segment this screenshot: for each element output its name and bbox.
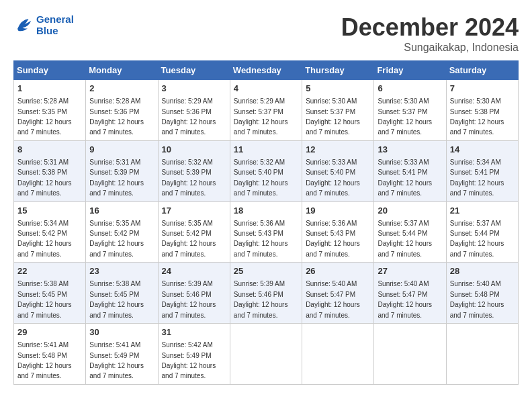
- day-number: 31: [162, 326, 226, 338]
- calendar-cell: 10Sunrise: 5:32 AMSunset: 5:39 PMDayligh…: [158, 140, 230, 201]
- day-number: 24: [162, 265, 226, 277]
- daylight-text: Daylight: 12 hours and 7 minutes.: [234, 179, 288, 197]
- sunrise-text: Sunrise: 5:41 AM: [89, 341, 140, 349]
- sunrise-text: Sunrise: 5:42 AM: [162, 341, 213, 349]
- subtitle: Sungaikakap, Indonesia: [341, 42, 519, 54]
- sunset-text: Sunset: 5:44 PM: [378, 230, 427, 237]
- sunset-text: Sunset: 5:36 PM: [162, 108, 212, 116]
- sunset-text: Sunset: 5:44 PM: [450, 230, 500, 237]
- sunset-text: Sunset: 5:47 PM: [378, 291, 427, 298]
- sunset-text: Sunset: 5:46 PM: [162, 291, 212, 298]
- day-number: 26: [306, 265, 370, 277]
- daylight-text: Daylight: 12 hours and 7 minutes.: [378, 240, 432, 257]
- logo: General Blue: [13, 13, 74, 36]
- sunset-text: Sunset: 5:37 PM: [234, 108, 283, 116]
- sunset-text: Sunset: 5:35 PM: [17, 108, 67, 116]
- day-number: 21: [450, 205, 515, 217]
- sunset-text: Sunset: 5:41 PM: [450, 169, 500, 176]
- sunset-text: Sunset: 5:37 PM: [306, 108, 355, 116]
- page-header: General Blue December 2024 Sungaikakap, …: [13, 13, 519, 54]
- sunrise-text: Sunrise: 5:29 AM: [162, 97, 213, 105]
- calendar-cell: 28Sunrise: 5:40 AMSunset: 5:48 PMDayligh…: [446, 263, 518, 324]
- sunset-text: Sunset: 5:39 PM: [89, 169, 139, 176]
- sunrise-text: Sunrise: 5:28 AM: [17, 97, 69, 105]
- sunrise-text: Sunrise: 5:36 AM: [234, 220, 285, 227]
- sunrise-text: Sunrise: 5:40 AM: [450, 280, 501, 287]
- day-number: 20: [378, 205, 442, 217]
- weekday-header-sunday: Sunday: [14, 61, 86, 80]
- sunset-text: Sunset: 5:48 PM: [17, 352, 67, 359]
- sunset-text: Sunset: 5:43 PM: [234, 230, 283, 237]
- sunrise-text: Sunrise: 5:34 AM: [17, 220, 69, 227]
- daylight-text: Daylight: 12 hours and 7 minutes.: [17, 301, 72, 318]
- day-number: 17: [162, 205, 226, 217]
- day-number: 3: [162, 83, 226, 95]
- daylight-text: Daylight: 12 hours and 7 minutes.: [378, 301, 432, 318]
- sunrise-text: Sunrise: 5:38 AM: [17, 280, 69, 287]
- daylight-text: Daylight: 12 hours and 7 minutes.: [17, 362, 72, 379]
- daylight-text: Daylight: 12 hours and 7 minutes.: [17, 240, 72, 257]
- daylight-text: Daylight: 12 hours and 7 minutes.: [162, 179, 216, 197]
- sunrise-text: Sunrise: 5:39 AM: [162, 280, 213, 287]
- calendar-week-row: 15Sunrise: 5:34 AMSunset: 5:42 PMDayligh…: [14, 201, 519, 263]
- day-number: 7: [450, 83, 515, 95]
- sunrise-text: Sunrise: 5:35 AM: [89, 220, 140, 227]
- calendar-cell: 6Sunrise: 5:30 AMSunset: 5:37 PMDaylight…: [374, 80, 446, 141]
- calendar-cell: 3Sunrise: 5:29 AMSunset: 5:36 PMDaylight…: [158, 80, 230, 141]
- day-number: 11: [234, 144, 298, 156]
- sunset-text: Sunset: 5:48 PM: [450, 291, 500, 298]
- calendar-cell: 7Sunrise: 5:30 AMSunset: 5:38 PMDaylight…: [446, 80, 518, 141]
- day-number: 13: [378, 144, 442, 156]
- day-number: 5: [306, 83, 370, 95]
- daylight-text: Daylight: 12 hours and 7 minutes.: [162, 240, 216, 257]
- calendar-week-row: 1Sunrise: 5:28 AMSunset: 5:35 PMDaylight…: [14, 80, 519, 141]
- calendar-cell: 17Sunrise: 5:35 AMSunset: 5:42 PMDayligh…: [158, 201, 230, 263]
- day-number: 1: [17, 83, 82, 95]
- sunrise-text: Sunrise: 5:28 AM: [89, 97, 140, 105]
- sunrise-text: Sunrise: 5:32 AM: [162, 158, 213, 166]
- sunset-text: Sunset: 5:37 PM: [378, 108, 427, 116]
- calendar-cell: 15Sunrise: 5:34 AMSunset: 5:42 PMDayligh…: [14, 201, 86, 263]
- daylight-text: Daylight: 12 hours and 7 minutes.: [89, 301, 144, 318]
- daylight-text: Daylight: 12 hours and 7 minutes.: [450, 301, 504, 318]
- sunset-text: Sunset: 5:47 PM: [306, 291, 355, 298]
- sunset-text: Sunset: 5:42 PM: [17, 230, 67, 237]
- sunset-text: Sunset: 5:38 PM: [17, 169, 67, 176]
- calendar-table: SundayMondayTuesdayWednesdayThursdayFrid…: [13, 60, 519, 385]
- calendar-cell: 23Sunrise: 5:38 AMSunset: 5:45 PMDayligh…: [86, 263, 158, 324]
- calendar-cell: 31Sunrise: 5:42 AMSunset: 5:49 PMDayligh…: [158, 324, 230, 385]
- title-block: December 2024 Sungaikakap, Indonesia: [341, 13, 519, 54]
- calendar-cell: 9Sunrise: 5:31 AMSunset: 5:39 PMDaylight…: [86, 140, 158, 201]
- sunrise-text: Sunrise: 5:32 AM: [234, 158, 285, 166]
- sunrise-text: Sunrise: 5:41 AM: [17, 341, 69, 349]
- weekday-header-wednesday: Wednesday: [230, 61, 302, 80]
- daylight-text: Daylight: 12 hours and 7 minutes.: [89, 362, 144, 379]
- day-number: 19: [306, 205, 370, 217]
- sunset-text: Sunset: 5:36 PM: [89, 108, 139, 116]
- sunset-text: Sunset: 5:39 PM: [162, 169, 212, 176]
- day-number: 23: [89, 265, 154, 277]
- calendar-cell: [302, 324, 374, 385]
- calendar-cell: 18Sunrise: 5:36 AMSunset: 5:43 PMDayligh…: [230, 201, 302, 263]
- calendar-cell: 4Sunrise: 5:29 AMSunset: 5:37 PMDaylight…: [230, 80, 302, 141]
- calendar-cell: 8Sunrise: 5:31 AMSunset: 5:38 PMDaylight…: [14, 140, 86, 201]
- calendar-week-row: 8Sunrise: 5:31 AMSunset: 5:38 PMDaylight…: [14, 140, 519, 201]
- sunrise-text: Sunrise: 5:36 AM: [306, 220, 357, 227]
- daylight-text: Daylight: 12 hours and 7 minutes.: [234, 118, 288, 136]
- day-number: 2: [89, 83, 154, 95]
- day-number: 14: [450, 144, 515, 156]
- sunrise-text: Sunrise: 5:38 AM: [89, 280, 140, 287]
- weekday-header-row: SundayMondayTuesdayWednesdayThursdayFrid…: [14, 61, 519, 80]
- day-number: 12: [306, 144, 370, 156]
- daylight-text: Daylight: 12 hours and 7 minutes.: [89, 240, 144, 257]
- daylight-text: Daylight: 12 hours and 7 minutes.: [89, 179, 144, 197]
- daylight-text: Daylight: 12 hours and 7 minutes.: [306, 118, 360, 136]
- sunset-text: Sunset: 5:43 PM: [306, 230, 355, 237]
- day-number: 18: [234, 205, 298, 217]
- day-number: 6: [378, 83, 442, 95]
- calendar-cell: 27Sunrise: 5:40 AMSunset: 5:47 PMDayligh…: [374, 263, 446, 324]
- calendar-cell: 14Sunrise: 5:34 AMSunset: 5:41 PMDayligh…: [446, 140, 518, 201]
- day-number: 29: [17, 326, 82, 338]
- calendar-cell: 30Sunrise: 5:41 AMSunset: 5:49 PMDayligh…: [86, 324, 158, 385]
- day-number: 25: [234, 265, 298, 277]
